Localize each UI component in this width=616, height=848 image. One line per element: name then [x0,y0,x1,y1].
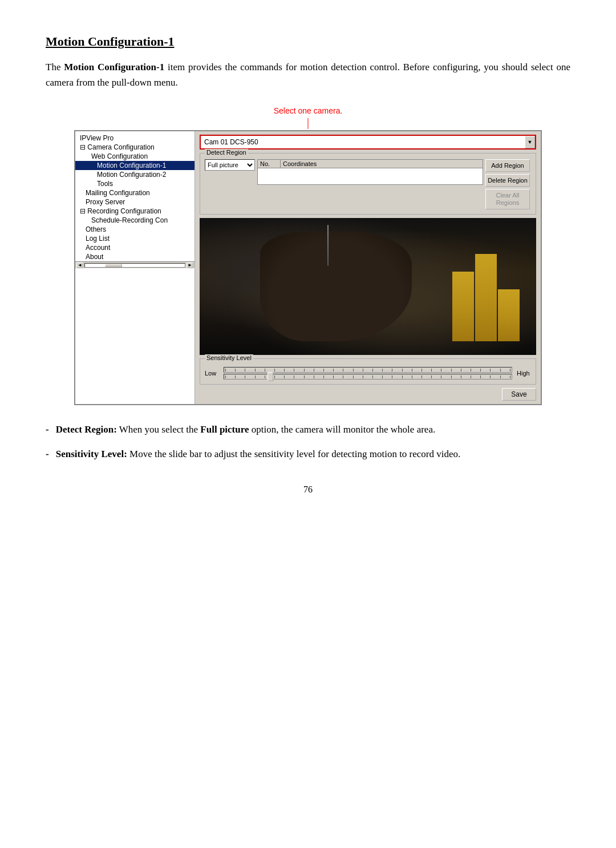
bullet-item-detect-region: - Detect Region: When you select the Ful… [46,422,570,437]
bullet-dash-1: - [46,422,49,437]
bullet-text-1: Detect Region: When you select the Full … [56,422,436,437]
slider-track-container [224,367,512,379]
tick [255,369,256,371]
sensitivity-panel: Sensitivity Level Low [200,358,536,385]
sidebar-item-mailing[interactable]: Mailing Configuration [75,188,194,197]
tick [490,369,491,371]
tick [353,375,354,378]
tick [333,369,334,371]
sensitivity-low-label: Low [205,370,219,377]
camera-dropdown-button[interactable]: ▼ [525,136,535,148]
app-window: IPView Pro ⊟ Camera Configuration Web Co… [74,130,542,405]
tick [422,369,422,371]
tick [343,375,343,378]
building-1 [452,272,474,341]
select-camera-label: Select one camera. [46,106,570,115]
tick [441,375,441,378]
sidebar-item-ipviewpro[interactable]: IPView Pro [75,134,194,143]
tick [245,375,245,378]
delete-region-button[interactable]: Delete Region [485,174,530,187]
sidebar-item-motion-config-2[interactable]: Motion Configuration-2 [75,170,194,179]
tick [314,369,314,371]
tick [343,369,343,371]
detect-table: No. Coordinates [257,159,483,185]
sensitivity-label: Sensitivity Level [205,354,253,361]
tick [412,375,412,378]
intro-paragraph: The Motion Configuration-1 item provides… [46,59,570,90]
full-picture-container: Full picture [205,159,255,171]
tick [382,369,383,371]
tick [461,375,461,378]
sidebar-item-proxy[interactable]: Proxy Server [75,197,194,207]
building-2 [475,254,497,341]
tick [402,375,403,378]
slider-track-bottom[interactable] [224,374,512,379]
bag-shape [260,232,412,341]
tick [225,369,226,371]
sidebar-scrollbar[interactable]: ◄ ► [75,261,194,268]
tick [225,375,226,378]
sidebar-item-log-list[interactable]: Log List [75,234,194,243]
tick [431,375,432,378]
bullet-item-sensitivity: - Sensitivity Level: Move the slide bar … [46,447,570,462]
sidebar-item-recording-config[interactable]: ⊟ Recording Configuration [75,207,194,216]
building-3 [498,289,520,342]
tick [431,369,432,371]
tick [422,375,422,378]
sensitivity-term: Sensitivity Level: [56,449,127,459]
tick [500,375,501,378]
sidebar-scroll-thumb[interactable] [105,264,122,267]
tick [372,375,373,378]
buildings [452,225,520,341]
scroll-right-arrow-icon[interactable]: ► [187,263,193,268]
detect-table-header: No. Coordinates [258,160,483,168]
tick [235,369,236,371]
tick [323,369,324,371]
tick [304,375,305,378]
tick [510,369,510,371]
tick [245,369,245,371]
detect-region-row: Full picture No. Coordinates Add Region … [205,159,531,209]
sidebar-item-camera-config[interactable]: ⊟ Camera Configuration [75,143,194,152]
sidebar-item-others[interactable]: Others [75,225,194,234]
tick [363,369,363,371]
tick [265,375,265,378]
detect-region-term: Detect Region: [56,424,117,435]
sidebar-item-motion-config-1[interactable]: Motion Configuration-1 [75,161,194,170]
full-picture-term: Full picture [200,424,249,435]
tick [451,369,452,371]
tick [392,369,392,371]
add-region-button[interactable]: Add Region [485,159,530,172]
clear-all-regions-button[interactable]: Clear All Regions [485,189,530,209]
sidebar-item-tools[interactable]: Tools [75,179,194,188]
camera-label: Cam 01 DCS-950 [201,137,525,147]
tick [304,369,305,371]
sidebar-item-account[interactable]: Account [75,243,194,252]
sidebar-item-about[interactable]: About [75,252,194,261]
tick [284,375,285,378]
sensitivity-row: Low High [205,367,531,379]
sensitivity-high-label: High [517,370,531,377]
table-col-coordinates: Coordinates [281,160,483,168]
tick [353,369,354,371]
sidebar-scroll-track[interactable] [84,263,185,268]
tick [392,375,392,378]
sidebar-item-schedule[interactable]: Schedule-Recording Con [75,216,194,225]
intro-bold: Motion Configuration-1 [64,62,164,72]
table-body [258,168,483,184]
tick [274,375,275,378]
tick [441,369,441,371]
scroll-left-arrow-icon[interactable]: ◄ [76,263,83,268]
sidebar: IPView Pro ⊟ Camera Configuration Web Co… [75,131,195,404]
save-row: Save [200,388,536,401]
tick [284,369,285,371]
save-button[interactable]: Save [502,388,536,401]
full-picture-select[interactable]: Full picture [205,159,255,171]
tick [402,369,403,371]
tick [471,375,471,378]
tick [363,375,363,378]
slider-thumb[interactable] [268,372,273,381]
sidebar-item-web-config[interactable]: Web Configuration [75,152,194,161]
tick [294,375,294,378]
detect-region-panel: Detect Region Full picture No. Coordinat… [200,153,536,215]
